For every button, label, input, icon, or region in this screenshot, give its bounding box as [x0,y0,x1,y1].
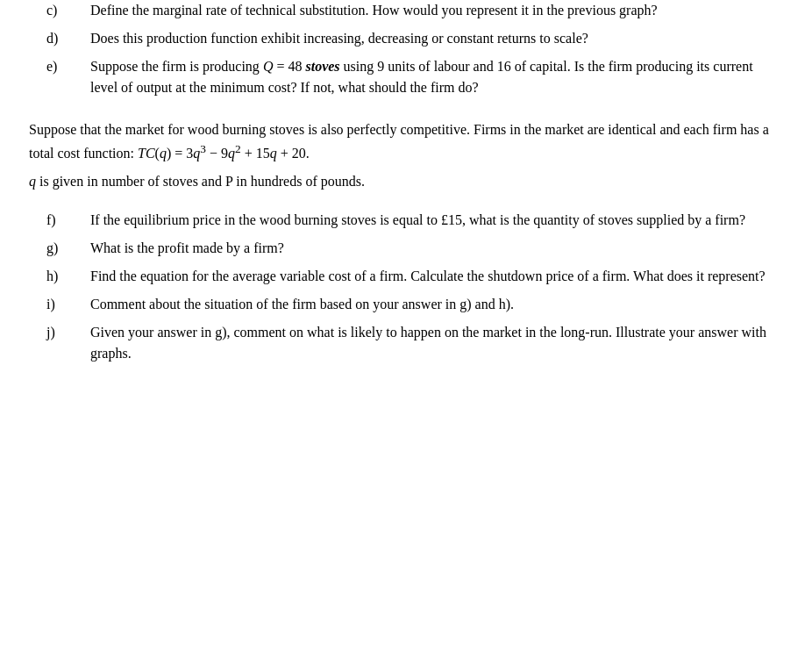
list-item-i: i) Comment about the situation of the fi… [29,294,783,315]
label-j: j) [29,322,90,364]
list-item-g: g) What is the profit made by a firm? [29,238,783,259]
list-item-j: j) Given your answer in g), comment on w… [29,322,783,364]
label-c: c) [29,0,90,21]
label-f: f) [29,210,90,231]
content-d: Does this production function exhibit in… [90,28,783,49]
list-item-f: f) If the equilibrium price in the wood … [29,210,783,231]
label-h: h) [29,266,90,287]
label-i: i) [29,294,90,315]
content-area: c) Define the marginal rate of technical… [29,0,783,364]
list-item-c: c) Define the marginal rate of technical… [29,0,783,21]
label-g: g) [29,238,90,259]
content-c: Define the marginal rate of technical su… [90,0,783,21]
list-item-h: h) Find the equation for the average var… [29,266,783,287]
label-d: d) [29,28,90,49]
content-e: Suppose the firm is producing Q = 48 sto… [90,56,783,98]
content-i: Comment about the situation of the firm … [90,294,783,315]
list-item-d: d) Does this production function exhibit… [29,28,783,49]
top-list-items: c) Define the marginal rate of technical… [29,0,783,98]
paragraph-line2: q is given in number of stoves and P in … [29,171,783,192]
paragraph-line1: Suppose that the market for wood burning… [29,119,783,164]
list-item-e: e) Suppose the firm is producing Q = 48 … [29,56,783,98]
label-e: e) [29,56,90,98]
content-g: What is the profit made by a firm? [90,238,783,259]
content-h: Find the equation for the average variab… [90,266,783,287]
sub-list-items: f) If the equilibrium price in the wood … [29,210,783,364]
content-j: Given your answer in g), comment on what… [90,322,783,364]
paragraph-section: Suppose that the market for wood burning… [29,119,783,192]
content-f: If the equilibrium price in the wood bur… [90,210,783,231]
